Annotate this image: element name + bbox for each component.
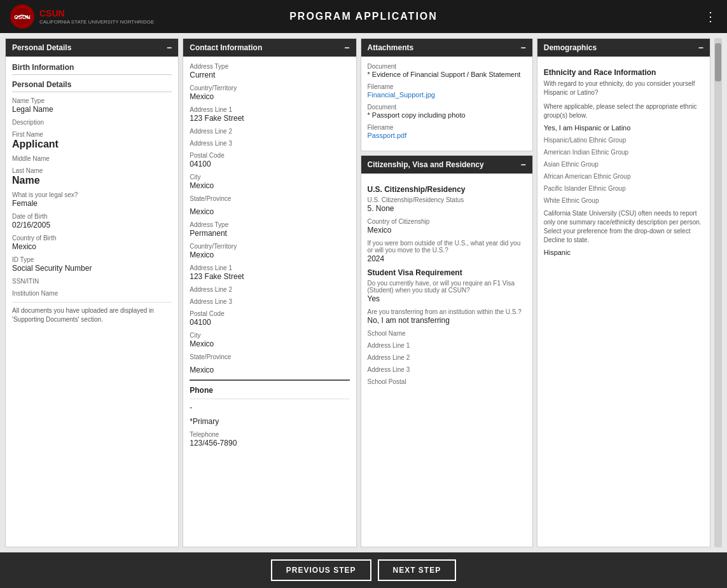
supporting-docs-note: All documents you have uploaded are disp…	[12, 306, 172, 324]
citizenship-title: Citizenship, Visa and Residency	[368, 160, 484, 169]
contact-info-header: Contact Information −	[183, 39, 356, 57]
field-african-american: African American Ethnic Group	[544, 173, 703, 180]
app-header: CSUN CSUN CALIFORNIA STATE UNIVERSITY NO…	[0, 0, 727, 33]
field-description: Description	[12, 119, 172, 126]
field-school-addr1: Address Line 1	[368, 342, 526, 349]
field-institution-name: Institution Name	[12, 290, 172, 297]
us-citizenship-header: U.S. Citizenship/Residency	[368, 185, 526, 194]
personal-details-title: Personal Details	[12, 43, 71, 52]
citizenship-header: Citizenship, Visa and Residency −	[361, 156, 532, 174]
field-school-postal: School Postal	[368, 378, 526, 385]
personal-details-body: Birth Information Personal Details Name …	[6, 57, 178, 334]
field-phone-primary: *Primary	[190, 417, 349, 426]
field-dob: Date of Birth 02/16/2005	[12, 213, 172, 229]
scrollbar-track[interactable]	[714, 38, 722, 547]
field-f1-visa: Do you currently have, or will you requi…	[368, 280, 526, 303]
field-legal-sex: What is your legal sex? Female	[12, 191, 172, 208]
field-country-current: Country/Territory Mexico	[190, 85, 349, 101]
field-middle-name: Middle Name	[12, 155, 172, 162]
personal-details-section-header: Personal Details	[12, 80, 172, 92]
field-country-birth: Country of Birth Mexico	[12, 235, 172, 251]
field-school-addr3: Address Line 3	[368, 366, 526, 373]
field-citizenship-status: U.S. Citizenship/Residency Status 5. Non…	[368, 196, 526, 213]
field-country-permanent: Country/Territory Mexico	[190, 243, 349, 259]
demographics-minimize[interactable]: −	[698, 43, 703, 53]
ethnicity-q2-value: Yes, I am Hispanic or Latino	[544, 124, 703, 132]
field-american-indian: American Indian Ethnic Group	[544, 149, 703, 156]
scrollbar-thumb[interactable]	[715, 43, 721, 81]
field-line1-current: Address Line 1 123 Fake Street	[190, 106, 349, 123]
birth-info-header: Birth Information	[12, 63, 172, 75]
previous-step-button[interactable]: PREVIOUS STEP	[271, 559, 371, 581]
attachments-header: Attachments −	[361, 39, 532, 57]
menu-icon[interactable]: ⋮	[704, 9, 717, 24]
field-white: White Ethnic Group	[544, 197, 703, 204]
attachments-body: Document * Evidence of Financial Support…	[361, 57, 532, 151]
personal-details-header: Personal Details −	[6, 39, 178, 57]
field-hispanic-latino: Hispanic/Latino Ethnic Group	[544, 137, 703, 144]
field-state-current: State/Province	[190, 195, 349, 202]
field-doc1: Document * Evidence of Financial Support…	[368, 63, 526, 78]
ethnicity-q1: With regard to your ethnicity, do you co…	[544, 79, 703, 97]
field-last-name: Last Name Name	[12, 167, 172, 186]
field-phone-dash: -	[190, 403, 349, 412]
field-school-name: School Name	[368, 330, 526, 337]
field-id-type: ID Type Social Security Number	[12, 256, 172, 273]
field-state-permanent: State/Province	[190, 353, 349, 360]
field-pacific-islander: Pacific Islander Ethnic Group	[544, 185, 703, 192]
field-state-country-permanent: Mexico	[190, 366, 349, 374]
attachments-title: Attachments	[368, 43, 414, 52]
visa-req-header: Student Visa Requirement	[368, 268, 526, 277]
citizenship-body: U.S. Citizenship/Residency U.S. Citizens…	[361, 174, 532, 397]
separator	[12, 302, 172, 303]
attachments-card: Attachments − Document * Evidence of Fin…	[361, 38, 533, 151]
next-step-button[interactable]: NEXT STEP	[378, 559, 457, 581]
field-doc2: Document * Passport copy including photo	[368, 104, 526, 119]
phone-section-title: Phone	[190, 386, 349, 395]
field-school-addr2: Address Line 2	[368, 354, 526, 361]
field-country-citizenship: Country of Citizenship Mexico	[368, 218, 526, 235]
field-filename1: Filename Financial_Support.jpg	[368, 83, 526, 99]
main-content: Personal Details − Birth Information Per…	[0, 33, 727, 552]
field-postal-permanent: Postal Code 04100	[190, 310, 349, 327]
field-asian: Asian Ethnic Group	[544, 161, 703, 168]
personal-details-minimize[interactable]: −	[167, 43, 172, 53]
attachment-link-2[interactable]: Passport.pdf	[368, 132, 407, 139]
middle-right-column: Attachments − Document * Evidence of Fin…	[361, 38, 533, 547]
logo-subtitle: CSUN CALIFORNIA STATE UNIVERSITY NORTHRI…	[39, 8, 154, 25]
field-ssn: SSN/ITIN	[12, 278, 172, 285]
demographics-title: Demographics	[544, 43, 597, 52]
contact-info-minimize[interactable]: −	[344, 43, 349, 53]
attachment-link-1[interactable]: Financial_Support.jpg	[368, 91, 435, 99]
field-line3-current: Address Line 3	[190, 140, 349, 147]
field-state-country-current: Mexico	[190, 207, 349, 216]
app-footer: PREVIOUS STEP NEXT STEP	[0, 552, 727, 588]
field-line1-permanent: Address Line 1 123 Fake Street	[190, 264, 349, 281]
demographics-header: Demographics −	[537, 39, 710, 57]
ethnicity-header: Ethnicity and Race Information	[544, 68, 703, 77]
field-city-current: City Mexico	[190, 174, 349, 190]
demographics-card: Demographics − Ethnicity and Race Inform…	[537, 38, 710, 547]
contact-info-card: Contact Information − Address Type Curre…	[183, 38, 356, 547]
field-transfer: Are you transferring from an institution…	[368, 308, 526, 325]
field-city-permanent: City Mexico	[190, 332, 349, 348]
attachments-minimize[interactable]: −	[521, 43, 526, 53]
field-first-name: First Name Applicant	[12, 131, 172, 150]
phone-divider	[190, 379, 349, 381]
contact-info-body: Address Type Current Country/Territory M…	[183, 57, 356, 459]
field-move-year: If you were born outside of the U.S., wh…	[368, 240, 526, 263]
logo-icon: CSUN	[10, 4, 34, 29]
field-addr-type-current: Address Type Current	[190, 63, 349, 79]
citizenship-minimize[interactable]: −	[521, 160, 526, 170]
logo: CSUN CSUN CALIFORNIA STATE UNIVERSITY NO…	[10, 4, 154, 29]
field-postal-current: Postal Code 04100	[190, 152, 349, 168]
field-line2-current: Address Line 2	[190, 128, 349, 135]
csun-note: California State University (CSU) often …	[544, 209, 703, 245]
phone-separator	[190, 399, 349, 399]
field-telephone: Telephone 123/456-7890	[190, 431, 349, 448]
ethnicity-preference: Hispanic	[544, 249, 703, 256]
demographics-body: Ethnicity and Race Information With rega…	[537, 57, 710, 263]
ethnicity-q2: Where applicable, please select the appr…	[544, 102, 703, 120]
field-name-type: Name Type Legal Name	[12, 97, 172, 114]
page-title: PROGRAM APPLICATION	[289, 11, 438, 22]
